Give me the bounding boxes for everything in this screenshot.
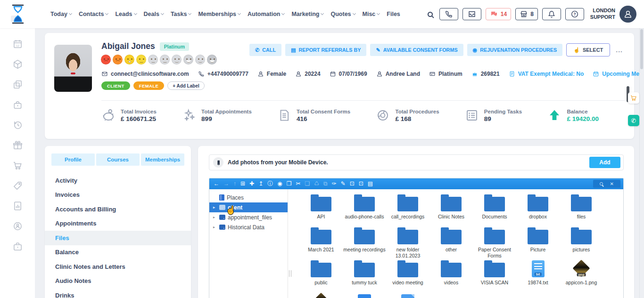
file-item[interactable] — [386, 291, 429, 298]
copy-windows-icon[interactable] — [12, 79, 23, 90]
edit-icon[interactable]: ✎ — [341, 178, 346, 189]
add-photos-button[interactable]: Add — [589, 157, 620, 168]
up-icon[interactable]: ↑ — [233, 178, 236, 189]
mood-emoji[interactable] — [124, 55, 134, 64]
file-item[interactable]: API — [299, 193, 343, 226]
pos-button[interactable]: 8 — [515, 8, 538, 20]
file-item[interactable]: meeting recordings — [343, 226, 386, 258]
select-button[interactable]: ☝ SELECT — [566, 43, 610, 56]
file-item[interactable]: call_recordings — [386, 193, 429, 226]
mood-emoji[interactable] — [136, 55, 146, 64]
expand-caret-icon[interactable]: ▸ — [213, 205, 217, 209]
extract-icon[interactable]: ⊡ — [359, 178, 363, 189]
forward-icon[interactable]: → — [223, 178, 229, 189]
profile-section-item[interactable]: Drinks — [45, 288, 191, 298]
menu-item[interactable]: Misc — [363, 11, 380, 17]
search-icon[interactable] — [600, 182, 603, 185]
tag-icon[interactable] — [12, 180, 23, 191]
clinicsoftware-logo[interactable] — [8, 4, 27, 24]
info-icon[interactable]: ⓘ — [267, 178, 273, 189]
file-item[interactable]: Picture — [516, 226, 560, 258]
profile-section-item[interactable]: Audio Notes — [45, 274, 191, 289]
whatsapp-button[interactable]: ✆ — [628, 115, 639, 126]
file-item[interactable]: pictures — [560, 226, 603, 258]
calendar-icon[interactable] — [12, 39, 23, 49]
products-cube-icon[interactable] — [12, 59, 23, 70]
phone-button[interactable] — [439, 8, 458, 20]
profile-section-item[interactable]: Balance — [45, 245, 191, 260]
client-tag[interactable]: FEMALE — [133, 81, 164, 90]
preview-icon[interactable]: ◉ — [277, 178, 282, 189]
file-item[interactable]: png appicon-1.png — [560, 258, 603, 291]
file-item[interactable]: audio-phone-calls — [343, 193, 386, 226]
more-options-button[interactable]: ... — [614, 46, 625, 54]
profile-section-item[interactable]: Activity — [45, 173, 191, 188]
file-item[interactable]: VISIA SCAN — [473, 258, 516, 291]
action-button[interactable]: ✆ CALL — [249, 44, 281, 56]
gift-icon[interactable] — [12, 140, 23, 151]
add-label-button[interactable]: + Add Label — [167, 81, 205, 90]
tree-item[interactable]: ▸ appointment_files — [209, 212, 288, 222]
notifications-button[interactable] — [542, 8, 561, 20]
tree-item[interactable]: ▸ client — [209, 202, 288, 212]
profile-tab[interactable]: Memberships — [141, 153, 184, 166]
file-item[interactable]: dropbox — [516, 193, 560, 226]
profile-section-item[interactable]: Invoices — [45, 188, 191, 202]
close-icon[interactable]: ✕ — [610, 181, 613, 186]
file-item[interactable]: Paper Consent Forms — [473, 226, 516, 258]
mood-emoji[interactable] — [148, 55, 158, 64]
history-icon[interactable] — [12, 120, 23, 130]
archive-icon[interactable]: ⊡ — [350, 178, 355, 189]
profile-tab[interactable]: Courses — [96, 153, 140, 166]
cart-icon[interactable] — [12, 160, 23, 171]
time-person-icon[interactable] — [12, 221, 23, 232]
action-button[interactable]: ▤ REPORT REFERRALS BY — [285, 44, 366, 56]
profile-section-item[interactable]: Clinic Notes and Letters — [45, 259, 191, 274]
mood-emoji[interactable] — [207, 55, 217, 64]
search-icon[interactable] — [428, 12, 433, 17]
paste-icon[interactable]: ❏ — [305, 178, 310, 189]
menu-item[interactable]: Today — [50, 11, 72, 17]
back-icon[interactable]: ← — [214, 178, 219, 189]
page-scrollbar-thumb[interactable] — [640, 29, 643, 69]
copy-icon[interactable]: ❐ — [287, 178, 292, 189]
mood-emoji[interactable] — [160, 55, 170, 64]
menu-item[interactable]: Automation — [248, 11, 284, 17]
action-button[interactable]: ✎ AVAILABLE CONSENT FORMS — [370, 44, 463, 56]
user-avatar[interactable] — [619, 6, 636, 23]
mood-emoji[interactable] — [101, 55, 111, 64]
menu-item[interactable]: Memberships — [198, 11, 240, 17]
menu-item[interactable]: Leads — [115, 11, 136, 17]
menu-item[interactable]: Marketing — [291, 11, 323, 17]
menu-item[interactable]: Files — [387, 11, 400, 17]
view-icon[interactable]: ▤ — [368, 178, 373, 189]
profile-tab[interactable]: Profile — [51, 153, 95, 166]
duplicate-icon[interactable]: ⧉ — [323, 178, 328, 189]
rename-icon[interactable]: ✑ — [332, 178, 337, 189]
file-item[interactable]: png — [299, 291, 343, 298]
file-item[interactable]: new folder 13.01.2023 — [386, 226, 429, 258]
client-photo[interactable] — [54, 45, 92, 92]
expand-caret-icon[interactable]: ▸ — [213, 215, 217, 219]
expand-caret-icon[interactable]: ▸ — [213, 225, 217, 229]
profile-section-item[interactable]: Files — [45, 231, 191, 245]
tree-resize-handle[interactable] — [288, 189, 293, 298]
file-item[interactable]: other — [429, 226, 473, 258]
file-item[interactable]: video meeting — [386, 258, 429, 291]
mood-emoji[interactable] — [183, 55, 193, 64]
file-item[interactable]: Documents — [473, 193, 516, 226]
menu-item[interactable]: Contacts — [79, 11, 108, 17]
mood-emoji[interactable] — [172, 55, 182, 64]
delete-icon[interactable]: ♺ — [314, 178, 319, 189]
menu-item[interactable]: Deals — [144, 11, 164, 17]
inbox-button[interactable] — [462, 8, 481, 20]
report-icon[interactable] — [12, 201, 23, 211]
profile-section-item[interactable]: Appointments — [45, 217, 191, 231]
mood-emoji[interactable] — [195, 55, 205, 64]
chat-button[interactable]: 14 — [486, 8, 511, 20]
action-button[interactable]: ◉ REJUVENATION PROCEDURES — [467, 44, 563, 56]
help-button[interactable] — [565, 8, 584, 20]
file-item[interactable]: txt 19874.txt — [516, 258, 560, 291]
mood-emoji[interactable] — [113, 55, 123, 64]
tree-item[interactable]: ▸ Places — [209, 193, 288, 202]
